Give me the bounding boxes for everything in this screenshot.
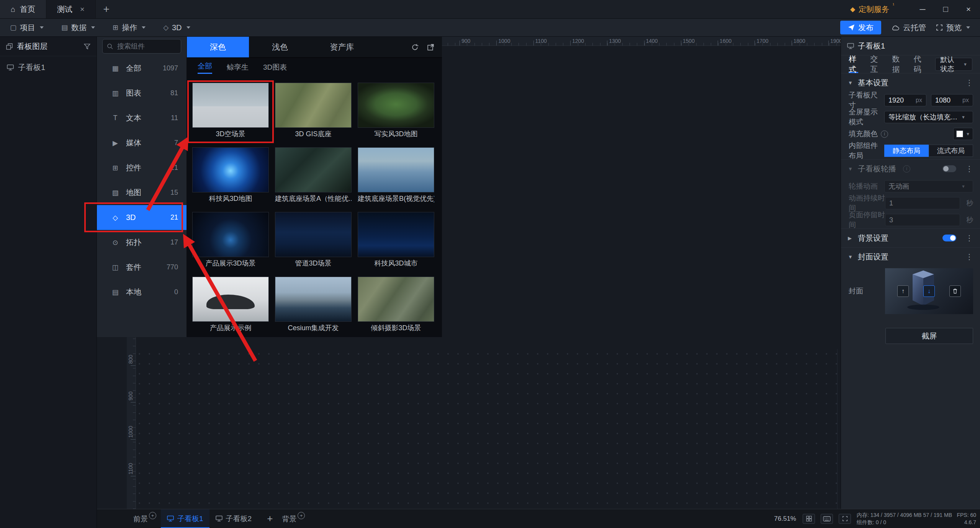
subboard-tab-1[interactable]: 子看板1 — [161, 509, 209, 528]
menu-operate[interactable]: ⊞操作 — [113, 23, 146, 33]
animation-duration-input[interactable]: 1 — [885, 197, 960, 209]
bottombar-right: 76.51% 内存: 134 / 3957 / 4096 MB 57 / 191… — [774, 512, 980, 525]
category-item-1[interactable]: ▥图表81 — [97, 81, 187, 106]
publish-button[interactable]: 发布 — [840, 21, 881, 34]
gallery-thumbnail — [192, 212, 269, 257]
height-input[interactable]: 1080 px — [931, 94, 973, 106]
kebab-icon[interactable]: ⋮ — [965, 252, 973, 261]
preview-button[interactable]: 预览 — [936, 23, 970, 33]
gallery-item-8[interactable]: 科技风3D城市 — [358, 212, 434, 270]
chevron-down-icon — [966, 26, 970, 29]
cover-download-button[interactable]: ↓ — [923, 285, 935, 297]
inspector-tab-2[interactable]: 数据 — [892, 55, 901, 73]
close-tab-icon[interactable]: × — [80, 5, 85, 14]
gallery-item-4[interactable]: 建筑底座场景A（性能优... — [275, 147, 352, 205]
grid-toggle-button[interactable] — [803, 514, 815, 524]
gallery-thumbnail — [275, 277, 352, 322]
category-item-9[interactable]: ▤本地0 — [97, 280, 187, 305]
background-toggle[interactable] — [942, 235, 956, 241]
layer-item-subboard1[interactable]: 子看板1 — [0, 56, 97, 78]
category-item-5[interactable]: ▧地图15 — [97, 180, 187, 205]
gallery-tab-0[interactable]: 深色 — [187, 37, 249, 57]
category-item-3[interactable]: ▶媒体7 — [97, 130, 187, 155]
page-stay-input[interactable]: 3 — [885, 214, 960, 226]
gallery-item-label: 写实风3D地图 — [358, 128, 434, 140]
carousel-animation-select[interactable]: 无动画 ▼ — [884, 180, 973, 192]
add-foreground-icon[interactable]: + — [149, 512, 156, 519]
tab-home[interactable]: ⌂ 首页 — [0, 0, 46, 18]
gallery-item-10[interactable]: Cesium集成开发 — [275, 277, 352, 334]
category-item-2[interactable]: T文本11 — [97, 106, 187, 130]
gallery-item-1[interactable]: 3D GIS底座 — [275, 83, 352, 140]
gallery-tab-1[interactable]: 浅色 — [249, 37, 311, 57]
menu-data[interactable]: ▤数据 — [61, 23, 95, 33]
category-item-7[interactable]: ⊙拓扑17 — [97, 230, 187, 255]
section-background-settings[interactable]: ▶ 背景设置 ⋮ — [841, 228, 980, 247]
gallery-item-6[interactable]: 产品展示3D场景 — [192, 212, 269, 270]
animation-duration-unit: 秒 — [965, 199, 973, 208]
static-layout-button[interactable]: 静态布局 — [884, 145, 929, 157]
category-item-3d[interactable]: ◇3D21 — [97, 205, 187, 230]
width-input[interactable]: 1920 px — [884, 94, 926, 106]
state-dropdown[interactable]: 默认状态 ▼ — [935, 58, 972, 71]
gallery-item-9[interactable]: 产品展示示例 — [192, 277, 269, 334]
gallery-item-11[interactable]: 倾斜摄影3D场景 — [358, 277, 434, 334]
category-item-4[interactable]: ⊞控件21 — [97, 155, 187, 180]
filter-icon[interactable] — [84, 43, 90, 50]
arrow-up-icon: ↑ — [901, 288, 905, 295]
refresh-icon[interactable] — [411, 44, 419, 51]
fill-color-picker[interactable]: ▼ — [953, 128, 973, 140]
fullscreen-button[interactable] — [839, 514, 851, 524]
artboard-grid[interactable] — [134, 349, 838, 509]
kebab-icon[interactable]: ⋮ — [965, 233, 973, 243]
category-label: 图表 — [126, 88, 141, 98]
carousel-toggle[interactable] — [942, 165, 956, 172]
keyboard-shortcuts-button[interactable] — [821, 514, 833, 524]
cover-upload-button[interactable]: ↑ — [897, 285, 909, 297]
gallery-item-2[interactable]: 写实风3D地图 — [358, 83, 434, 140]
section-cover-settings[interactable]: ▼ 封面设置 ⋮ — [841, 247, 980, 266]
component-search[interactable] — [102, 39, 181, 54]
zoom-level[interactable]: 76.51% — [774, 515, 796, 523]
cover-delete-button[interactable] — [949, 285, 961, 297]
search-input[interactable] — [116, 42, 175, 51]
gallery-subtab-2[interactable]: 3D图表 — [263, 62, 287, 72]
gallery-item-3[interactable]: 科技风3D地图 — [192, 147, 269, 205]
custom-service-badge[interactable]: ◆ 定制服务 ¹ — [850, 0, 894, 18]
cloud-hosting-button[interactable]: 云托管 — [891, 23, 926, 33]
screenshot-button[interactable]: 截屏 — [885, 328, 973, 344]
subboard-tab-2[interactable]: 子看板2 — [209, 509, 258, 528]
category-item-0[interactable]: ▦全部1097 — [97, 56, 187, 81]
kebab-icon[interactable]: ⋮ — [965, 164, 973, 173]
new-tab-button[interactable]: + — [96, 0, 117, 18]
menu-cube[interactable]: ◇3D — [163, 23, 190, 32]
menu-project[interactable]: ▢项目 — [10, 23, 44, 33]
gallery-item-5[interactable]: 建筑底座场景B(视觉优先) — [358, 147, 434, 205]
tab-document[interactable]: 测试 × — [46, 0, 96, 18]
inspector-tab-1[interactable]: 交互 — [870, 55, 880, 73]
inspector-tab-0[interactable]: 样式 — [849, 55, 858, 73]
maximize-button[interactable]: □ — [934, 0, 957, 18]
gallery-item-7[interactable]: 管道3D场景 — [275, 212, 352, 270]
fullscreen-mode-select[interactable]: 等比缩放（长边填充，短... ▼ — [884, 111, 973, 123]
gallery-subtab-0[interactable]: 全部 — [198, 61, 212, 74]
add-subboard-button[interactable]: + — [267, 513, 273, 525]
minimize-button[interactable]: ─ — [911, 0, 934, 18]
gallery-thumbnail — [358, 147, 434, 192]
gallery-item-0[interactable]: 3D空场景 — [192, 83, 269, 140]
gallery-subtab-1[interactable]: 鲸孪生 — [227, 62, 249, 72]
bottombar: 前景 + 子看板1 子看板2 + 背景 + 76.51% 内存: 134 / 3… — [97, 509, 980, 528]
section-basic-settings[interactable]: ▼ 基本设置 ⋮ — [841, 73, 980, 92]
foreground-button[interactable]: 前景 + — [133, 513, 156, 524]
category-item-8[interactable]: ◫套件770 — [97, 255, 187, 280]
flow-layout-button[interactable]: 流式布局 — [929, 145, 973, 157]
inspector-tab-3[interactable]: 代码 — [914, 55, 923, 73]
background-button[interactable]: 背景 + — [282, 513, 305, 524]
kebab-icon[interactable]: ⋮ — [965, 78, 973, 87]
open-external-icon[interactable] — [427, 44, 434, 51]
gallery-tab-2[interactable]: 资产库 — [311, 37, 373, 57]
add-background-icon[interactable]: + — [298, 512, 305, 519]
section-carousel[interactable]: ▼ 子看板轮播 i ⋮ — [841, 159, 980, 178]
close-button[interactable]: × — [957, 0, 980, 18]
memory-stat: 内存: 134 / 3957 / 4096 MB 57 / 191 MB — [857, 512, 952, 518]
